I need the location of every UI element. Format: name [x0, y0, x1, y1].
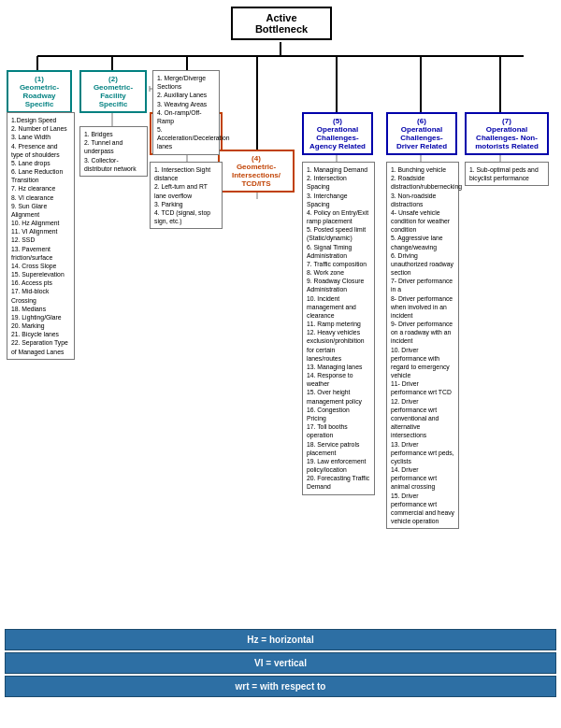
list-2b: 1. Merge/Diverge Sections2. Auxiliary La…	[152, 70, 220, 155]
node-5: (5)OperationalChallenges-Agency Related	[302, 112, 373, 155]
list-1: 1.Design Speed2. Number of Lanes3. Lane …	[7, 112, 75, 360]
root-node: Active Bottleneck	[231, 7, 332, 40]
node-6: (6)OperationalChallenges-Driver Related	[386, 112, 457, 155]
legend: Hz = horizontal VI = vertical wrt = with…	[5, 629, 556, 697]
node-5-label: (5)OperationalChallenges-Agency Related	[309, 117, 366, 150]
list-7: 1. Sub-optimal peds and bicyclist perfor…	[465, 162, 549, 186]
list-5: 1. Managing Demand2. Intersection Spacin…	[302, 162, 375, 495]
node-2-label: (2)Geometric-FacilitySpecific	[94, 75, 133, 108]
node-6-label: (6)OperationalChallenges-Driver Related	[396, 117, 447, 150]
legend-row-2: VI = vertical	[5, 652, 556, 674]
legend-text-3: wrt = with respect to	[236, 681, 326, 692]
node-1: (1)Geometric-RoadwaySpecific	[7, 70, 72, 113]
legend-row-1: Hz = horizontal	[5, 629, 556, 650]
node-4: (4)Geometric-Intersections/TCD/ITS	[218, 150, 295, 193]
list-3: 1. Intersection Sight distance2. Left-tu…	[150, 162, 223, 229]
legend-text-2: VI = vertical	[254, 658, 307, 668]
page-container: Active Bottleneck (1)Geometric-RoadwaySp…	[0, 0, 561, 702]
node-7: (7)OperationalChallenges- Non-motorists …	[465, 112, 549, 155]
legend-text-1: Hz = horizontal	[247, 635, 313, 645]
node-2: (2)Geometric-FacilitySpecific	[79, 70, 147, 113]
node-7-label: (7)OperationalChallenges- Non-motorists …	[475, 117, 539, 150]
tree-container: Active Bottleneck (1)Geometric-RoadwaySp…	[5, 5, 556, 621]
list-2a: 1. Bridges2. Tunnel and underpass3. Coll…	[79, 126, 148, 177]
node-1-label: (1)Geometric-RoadwaySpecific	[20, 75, 59, 108]
legend-row-3: wrt = with respect to	[5, 676, 556, 697]
list-6: 1. Bunching vehicle2. Roadside distracti…	[386, 162, 459, 529]
node-4-label: (4)Geometric-Intersections/TCD/ITS	[232, 154, 280, 188]
